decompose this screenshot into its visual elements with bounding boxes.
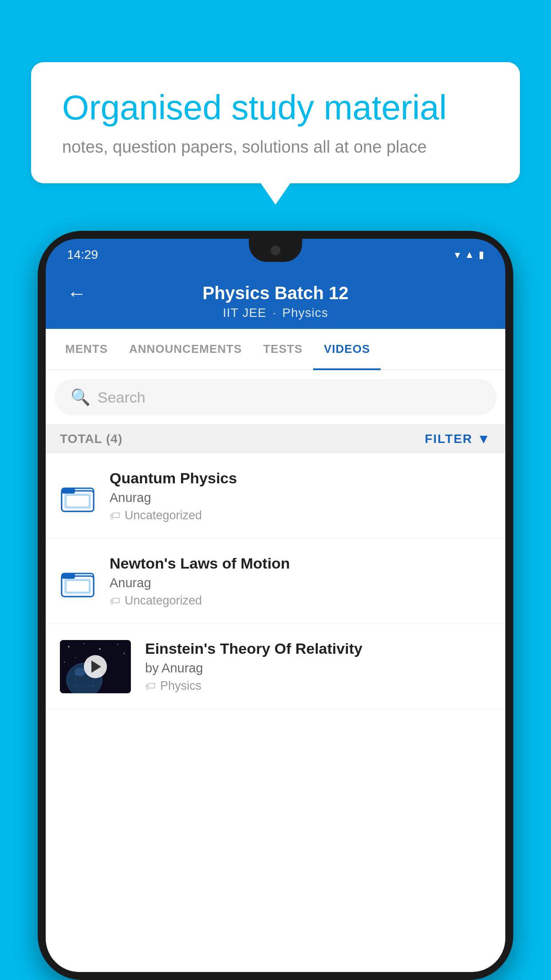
status-icons: ▾ ▲ ▮ xyxy=(455,249,484,261)
filter-label: FILTER xyxy=(425,432,472,446)
tabs-bar: MENTS ANNOUNCEMENTS TESTS VIDEOS xyxy=(46,329,505,370)
video-author: Anurag xyxy=(110,576,491,590)
svg-rect-7 xyxy=(62,573,75,579)
search-icon: 🔍 xyxy=(71,388,91,407)
tab-videos[interactable]: VIDEOS xyxy=(313,329,381,369)
folder-icon xyxy=(60,564,95,599)
svg-point-15 xyxy=(124,653,125,654)
tag-icon: 🏷 xyxy=(110,510,120,522)
speech-bubble: Organised study material notes, question… xyxy=(31,62,520,183)
video-thumbnail xyxy=(60,640,131,693)
speech-bubble-heading: Organised study material xyxy=(62,89,489,127)
list-item[interactable]: Newton's Laws of Motion Anurag 🏷 Uncateg… xyxy=(46,539,505,624)
speech-bubble-container: Organised study material notes, question… xyxy=(31,62,520,183)
thumbnail-bg xyxy=(60,640,131,693)
tab-tests[interactable]: TESTS xyxy=(252,329,313,369)
video-item-info: Einstein's Theory Of Relativity by Anura… xyxy=(145,640,491,693)
tag-icon: 🏷 xyxy=(145,680,156,692)
video-list: Quantum Physics Anurag 🏷 Uncategorized xyxy=(46,454,505,972)
total-count: TOTAL (4) xyxy=(60,432,122,446)
list-item[interactable]: Einstein's Theory Of Relativity by Anura… xyxy=(46,624,505,710)
svg-point-14 xyxy=(117,644,118,645)
phone-container: 14:29 ▾ ▲ ▮ ← Physics Batch 12 IIT JEE · xyxy=(38,231,513,980)
subtitle-part2: Physics xyxy=(282,306,328,320)
video-author: by Anurag xyxy=(145,661,491,676)
filter-row: TOTAL (4) FILTER ▼ xyxy=(46,424,505,454)
app-subtitle: IIT JEE · Physics xyxy=(223,306,328,320)
video-title: Einstein's Theory Of Relativity xyxy=(145,640,491,657)
svg-point-16 xyxy=(64,662,65,663)
video-title: Newton's Laws of Motion xyxy=(110,555,491,572)
play-button[interactable] xyxy=(84,655,107,678)
video-item-info: Newton's Laws of Motion Anurag 🏷 Uncateg… xyxy=(110,555,491,608)
svg-point-12 xyxy=(84,643,85,644)
play-icon xyxy=(91,660,101,673)
search-placeholder: Search xyxy=(98,389,146,406)
filter-icon: ▼ xyxy=(477,431,491,447)
phone-frame: 14:29 ▾ ▲ ▮ ← Physics Batch 12 IIT JEE · xyxy=(38,231,513,980)
video-title: Quantum Physics xyxy=(110,470,491,487)
phone-notch xyxy=(249,239,302,262)
phone-screen: ← Physics Batch 12 IIT JEE · Physics MEN… xyxy=(46,271,505,972)
wifi-icon: ▾ xyxy=(455,249,460,261)
svg-point-11 xyxy=(68,646,70,648)
svg-point-17 xyxy=(75,657,76,658)
tab-ments[interactable]: MENTS xyxy=(55,329,118,369)
svg-rect-2 xyxy=(62,488,75,494)
svg-rect-4 xyxy=(66,495,89,507)
folder-icon xyxy=(60,478,95,514)
app-title: Physics Batch 12 xyxy=(202,283,348,303)
video-tag: 🏷 Uncategorized xyxy=(110,594,491,608)
status-bar: 14:29 ▾ ▲ ▮ xyxy=(46,239,505,271)
search-bar[interactable]: 🔍 Search xyxy=(55,379,496,415)
app-header: ← Physics Batch 12 IIT JEE · Physics xyxy=(46,271,505,329)
list-item[interactable]: Quantum Physics Anurag 🏷 Uncategorized xyxy=(46,454,505,539)
video-author: Anurag xyxy=(110,490,491,505)
video-item-info: Quantum Physics Anurag 🏷 Uncategorized xyxy=(110,470,491,522)
svg-point-13 xyxy=(99,648,101,650)
tag-label: Uncategorized xyxy=(125,594,202,608)
tag-label: Uncategorized xyxy=(125,509,202,522)
filter-button[interactable]: FILTER ▼ xyxy=(425,431,491,447)
tag-label: Physics xyxy=(160,679,201,693)
subtitle-part1: IIT JEE xyxy=(223,306,266,320)
phone-time: 14:29 xyxy=(67,248,98,262)
tag-icon: 🏷 xyxy=(110,595,120,607)
phone-camera xyxy=(271,245,280,255)
video-tag: 🏷 Physics xyxy=(145,679,491,693)
signal-icon: ▲ xyxy=(464,249,474,261)
speech-bubble-subtext: notes, question papers, solutions all at… xyxy=(62,138,489,157)
app-header-row: ← Physics Batch 12 xyxy=(67,283,484,303)
svg-rect-9 xyxy=(66,581,89,592)
video-tag: 🏷 Uncategorized xyxy=(110,509,491,522)
subtitle-separator: · xyxy=(273,306,276,320)
tab-announcements[interactable]: ANNOUNCEMENTS xyxy=(118,329,252,369)
back-button[interactable]: ← xyxy=(67,282,87,304)
battery-icon: ▮ xyxy=(479,249,484,261)
